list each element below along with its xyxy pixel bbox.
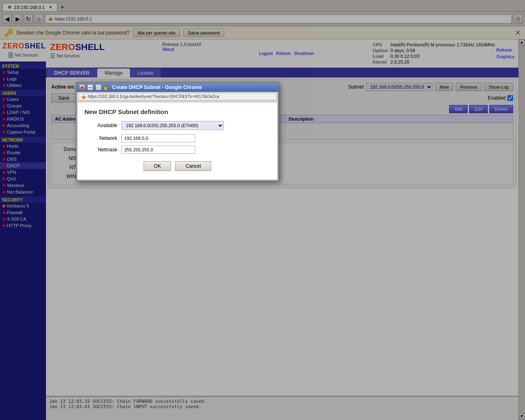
modal-address-text: https://192.168.0.1/cgi-bin/kerbynet?Sec… [88, 94, 219, 99]
cancel-button[interactable]: Cancel [175, 161, 211, 171]
browser-frame: ⊕ ZS:192.168.0.1 ✕ + ◀ ▶ ↻ ⌂ 🔒 https://1… [0, 0, 525, 420]
modal-window: ✕ — □ Create DHCP Subnet - Google Chrome… [76, 82, 279, 181]
netmask-input[interactable] [121, 146, 195, 154]
network-row: Network [84, 134, 270, 142]
modal-body: New DHCP Subnet definition Available 192… [78, 103, 277, 179]
modal-close-btn[interactable]: ✕ [79, 84, 85, 90]
ok-button[interactable]: OK [144, 161, 171, 171]
available-label: Available [84, 123, 117, 128]
modal-min-btn[interactable]: — [87, 84, 93, 90]
modal-addressbar[interactable]: 🔒 https://192.168.0.1/cgi-bin/kerbynet?S… [78, 93, 276, 100]
modal-heading: New DHCP Subnet definition [84, 108, 270, 115]
modal-titlebar: ✕ — □ Create DHCP Subnet - Google Chrome [77, 83, 278, 92]
netmask-row: Netmask [84, 146, 270, 154]
modal-title: Create DHCP Subnet - Google Chrome [112, 84, 202, 90]
chrome-icon [104, 84, 110, 90]
netmask-label: Netmask [84, 147, 117, 153]
network-input[interactable] [121, 134, 195, 142]
available-row: Available 192.168.0.0/255.255.255.0 (ETH… [84, 121, 270, 130]
modal-overlay [0, 0, 525, 420]
modal-buttons: OK Cancel [84, 161, 270, 171]
modal-max-btn[interactable]: □ [96, 84, 101, 90]
available-select[interactable]: 192.168.0.0/255.255.255.0 (ETH00) [121, 121, 224, 130]
modal-sec-icon: 🔒 [81, 94, 86, 99]
network-label: Network [84, 135, 117, 141]
